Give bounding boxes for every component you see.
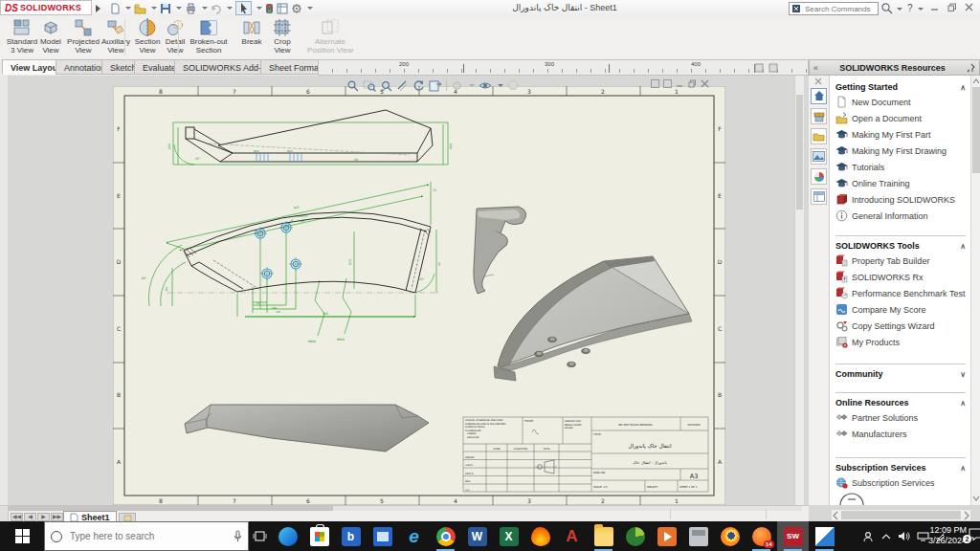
doc-minimize-icon[interactable] bbox=[676, 79, 684, 88]
taskbar-icon-green-app[interactable] bbox=[619, 521, 651, 551]
zoom-to-area-icon[interactable] bbox=[363, 79, 376, 92]
pane-tab-custom-properties[interactable] bbox=[811, 188, 827, 205]
taskbar-icon-flame-app[interactable] bbox=[524, 521, 556, 551]
last-sheet-button[interactable]: ▶▶ bbox=[51, 513, 63, 521]
resource-subscription-services[interactable]: Subscription Services bbox=[835, 474, 966, 491]
taskbar-icon-edge[interactable] bbox=[272, 521, 303, 551]
action-center-button[interactable]: 2 bbox=[969, 527, 980, 540]
search-magnifier-icon[interactable] bbox=[880, 2, 893, 14]
rebuild-icon[interactable] bbox=[265, 3, 274, 14]
resource-open-a-document[interactable]: Open a Document bbox=[835, 110, 966, 126]
file-properties-icon[interactable] bbox=[277, 3, 288, 14]
taskbar-icon-word[interactable]: W bbox=[461, 521, 493, 551]
drawing-sheet[interactable]: 87654321 87654321 FEDCBA FEDCBA Ø10Ø10 1… bbox=[113, 86, 725, 505]
taskbar-icon-autocad[interactable]: A bbox=[556, 521, 588, 551]
section-online-resources[interactable]: Online Resources∧ bbox=[835, 392, 966, 409]
taskbar-icon-fax-printer[interactable] bbox=[682, 521, 714, 551]
resource-introducing-solidworks[interactable]: Introducing SOLIDWORKS bbox=[835, 191, 966, 208]
open-icon[interactable] bbox=[134, 3, 146, 14]
taskbar-clock[interactable]: 12:09 PM 3/26/2024 bbox=[911, 525, 967, 546]
taskbar-icon-powerdvd14[interactable]: 14 bbox=[746, 521, 777, 551]
doc-next-window-icon[interactable] bbox=[663, 79, 672, 88]
new-document-icon[interactable] bbox=[110, 3, 121, 14]
resources-vertical-scrollbar[interactable] bbox=[970, 76, 980, 505]
broken-out-section-button[interactable]: Broken-outSection bbox=[184, 18, 234, 57]
resource-property-tab-builder[interactable]: Property Tab Builder bbox=[835, 253, 966, 269]
pin-icon[interactable] bbox=[967, 63, 976, 73]
taskbar-icon-bing[interactable]: b bbox=[335, 521, 367, 551]
ruler-option-icon[interactable] bbox=[754, 63, 764, 73]
microphone-icon[interactable] bbox=[234, 530, 242, 542]
search-commands-input[interactable] bbox=[803, 4, 876, 14]
prev-sheet-button[interactable]: ◀ bbox=[24, 513, 36, 521]
first-sheet-button[interactable]: ◀◀ bbox=[11, 513, 23, 521]
resource-copy-settings-wizard[interactable]: Copy Settings Wizard bbox=[835, 318, 966, 334]
zoom-previous-icon[interactable] bbox=[380, 79, 392, 92]
minimize-button[interactable] bbox=[930, 3, 942, 12]
resource-manufacturers[interactable]: Manufacturers bbox=[835, 426, 966, 442]
pane-tab-resources[interactable] bbox=[811, 88, 827, 104]
doc-restore-icon[interactable] bbox=[688, 79, 697, 88]
section-getting-started[interactable]: Getting Started∧ bbox=[835, 77, 966, 94]
pane-tab-file-explorer[interactable] bbox=[811, 128, 827, 144]
print-icon[interactable] bbox=[185, 3, 197, 14]
pane-tab-view-palette[interactable] bbox=[811, 148, 827, 165]
taskbar-search-input[interactable] bbox=[68, 530, 228, 542]
help-dropdown-caret[interactable] bbox=[918, 8, 924, 11]
save-icon[interactable] bbox=[160, 3, 171, 14]
taskbar-icon-internet-explorer[interactable]: e bbox=[398, 521, 430, 551]
task-view-button[interactable] bbox=[247, 521, 272, 551]
people-icon[interactable] bbox=[863, 531, 875, 542]
resources-horizontal-scrollbar[interactable] bbox=[832, 510, 970, 520]
ruler-option-icon[interactable] bbox=[768, 63, 778, 73]
help-menu[interactable]: ? bbox=[907, 3, 913, 13]
section-community[interactable]: Community∨ bbox=[835, 364, 966, 381]
undo-icon[interactable] bbox=[211, 3, 222, 14]
resource-making-my-first-part[interactable]: Making My First Part bbox=[835, 126, 966, 143]
resource-partner-solutions[interactable]: Partner Solutions bbox=[835, 409, 966, 426]
doc-prev-window-icon[interactable] bbox=[651, 79, 659, 88]
close-button[interactable] bbox=[965, 3, 976, 12]
taskbar-icon-file-explorer[interactable] bbox=[588, 521, 619, 551]
select-tool[interactable] bbox=[235, 1, 252, 15]
taskbar-icon-solidworks[interactable]: SW bbox=[777, 521, 809, 551]
3d-drawing-view-icon[interactable] bbox=[429, 79, 442, 92]
resource-tutorials[interactable]: Tutorials bbox=[835, 159, 966, 175]
taskbar-icon-excel[interactable]: X bbox=[493, 521, 524, 551]
pane-tab-design-library[interactable] bbox=[811, 108, 827, 124]
rotate-view-icon[interactable] bbox=[412, 79, 425, 92]
pane-close-icon[interactable] bbox=[814, 77, 822, 85]
doc-close-icon[interactable] bbox=[701, 79, 709, 88]
graphics-horizontal-scrollbar[interactable] bbox=[8, 506, 802, 511]
crop-view-button[interactable]: CropView bbox=[266, 18, 299, 57]
resource-making-my-first-drawing[interactable]: Making My First Drawing bbox=[835, 143, 966, 159]
taskbar-icon-mail[interactable] bbox=[367, 521, 398, 551]
show-hidden-icons-chevron[interactable] bbox=[881, 533, 891, 540]
start-button[interactable] bbox=[0, 521, 44, 551]
pane-tab-appearances[interactable] bbox=[811, 168, 827, 185]
break-button[interactable]: Break bbox=[237, 18, 266, 57]
resource-compare-my-score[interactable]: Compare My Score bbox=[835, 301, 966, 318]
taskbar-icon-store[interactable] bbox=[303, 521, 335, 551]
logo-expand-arrow[interactable] bbox=[94, 2, 101, 14]
section-view-hud-icon[interactable] bbox=[396, 79, 409, 92]
next-sheet-button[interactable]: ▶ bbox=[37, 513, 50, 521]
graphics-vertical-scrollbar[interactable] bbox=[794, 76, 804, 505]
taskbar-icon-photos[interactable] bbox=[809, 521, 840, 551]
section-subscription-services[interactable]: Subscription Services∧ bbox=[835, 457, 966, 474]
zoom-to-fit-icon[interactable] bbox=[346, 79, 359, 92]
resource-performance-benchmark-test[interactable]: Performance Benchmark Test bbox=[835, 285, 966, 301]
restore-button[interactable] bbox=[947, 3, 959, 12]
taskbar-icon-firefox[interactable] bbox=[714, 521, 746, 551]
resource-my-products[interactable]: My Products bbox=[835, 334, 966, 350]
command-search[interactable] bbox=[789, 2, 879, 15]
options-gear-icon[interactable] bbox=[291, 3, 302, 14]
resource-new-document[interactable]: New Document bbox=[835, 94, 966, 110]
resource-solidworks-rx[interactable]: SOLIDWORKS Rx bbox=[835, 269, 966, 285]
volume-icon[interactable] bbox=[898, 531, 910, 541]
taskbar-icon-chrome[interactable] bbox=[430, 521, 461, 551]
hide-show-items-icon[interactable] bbox=[479, 79, 492, 92]
taskbar-search[interactable] bbox=[44, 521, 249, 551]
taskbar-icon-media-player[interactable] bbox=[651, 521, 682, 551]
search-dropdown-caret[interactable] bbox=[897, 8, 902, 11]
